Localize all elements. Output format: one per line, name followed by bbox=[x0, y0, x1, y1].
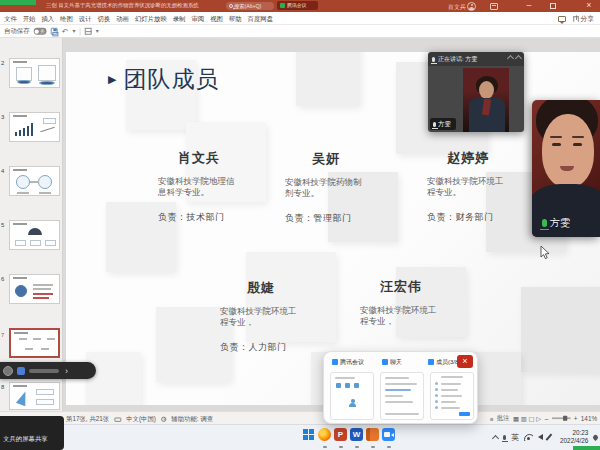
notification-icon[interactable] bbox=[592, 433, 599, 440]
qat-dropdown-icon[interactable]: ▾ bbox=[96, 28, 99, 35]
undo-dropdown-icon[interactable]: ▾ bbox=[72, 28, 75, 35]
preview-header-chat[interactable]: 聊天 bbox=[382, 357, 405, 367]
avatar[interactable] bbox=[467, 2, 476, 11]
screen-share-bar[interactable]: 文兵的屏幕共享 bbox=[0, 416, 64, 450]
undo-button[interactable]: ↶ bbox=[62, 28, 68, 35]
word-icon[interactable]: W bbox=[350, 428, 363, 441]
zoom-out-button[interactable]: – bbox=[545, 414, 549, 422]
slide-number: 4 bbox=[1, 168, 7, 174]
preview-window-members[interactable] bbox=[430, 372, 474, 420]
zoom-slider-thumb[interactable] bbox=[563, 416, 567, 421]
popup-window-icons[interactable] bbox=[508, 56, 521, 61]
account-name[interactable]: 肖文兵 bbox=[448, 3, 466, 11]
minimize-button[interactable]: – bbox=[520, 0, 538, 12]
participant-video-window[interactable]: 方雯 bbox=[532, 100, 600, 237]
start-button[interactable] bbox=[302, 428, 315, 441]
tab-view[interactable]: 视图 bbox=[210, 15, 223, 24]
customize-qat-icon[interactable] bbox=[85, 28, 92, 35]
preview-window-chat[interactable] bbox=[380, 372, 424, 420]
comments-icon[interactable] bbox=[558, 16, 566, 22]
tray-date: 2022/4/26 bbox=[560, 437, 588, 445]
slide-thumbnail-3[interactable] bbox=[9, 112, 60, 142]
tab-draw[interactable]: 绘图 bbox=[60, 15, 73, 24]
member-duty: 负责：技术部门 bbox=[158, 211, 240, 224]
slide-thumbnail-4[interactable] bbox=[9, 166, 60, 196]
tab-slideshow[interactable]: 幻灯片放映 bbox=[135, 15, 167, 24]
member-dept: 安徽科技学院药物制剂专业。 bbox=[285, 177, 367, 200]
preview-line bbox=[441, 389, 458, 391]
member-block-1[interactable]: 肖文兵 安徽科技学院地理信息科学专业。 负责：技术部门 bbox=[158, 149, 240, 224]
speaker-popup-window[interactable]: 正在讲话: 方雯 方雯 bbox=[428, 52, 524, 132]
slide-thumbnail-8[interactable] bbox=[9, 382, 60, 410]
language-button[interactable]: 中文(中国) bbox=[126, 415, 156, 424]
slide-title-block[interactable]: ▶ 团队成员 bbox=[108, 64, 219, 95]
ribbon-display-options-icon[interactable] bbox=[490, 3, 498, 10]
wifi-icon[interactable] bbox=[524, 434, 533, 441]
tab-insert[interactable]: 插入 bbox=[41, 15, 54, 24]
tab-record[interactable]: 录制 bbox=[173, 15, 186, 24]
powerpoint-icon[interactable]: P bbox=[334, 428, 347, 441]
slide-number-current: 7 bbox=[1, 332, 7, 338]
member-block-5[interactable]: 汪宏伟 安徽科技学院环境工程专业， bbox=[360, 278, 442, 328]
slide-thumbnail-7-current[interactable] bbox=[9, 328, 60, 358]
tab-transitions[interactable]: 切换 bbox=[98, 15, 111, 24]
pen-icon[interactable] bbox=[546, 433, 552, 440]
meeting-annotation-toolbar[interactable]: › bbox=[0, 362, 96, 379]
slide-number: 5 bbox=[1, 222, 7, 228]
slide-thumbnail-6[interactable] bbox=[9, 274, 60, 304]
slide-counter[interactable]: 第17张, 共21张 bbox=[66, 415, 109, 424]
tab-design[interactable]: 设计 bbox=[79, 15, 92, 24]
slide-thumbnail-5[interactable] bbox=[9, 220, 60, 250]
tab-animations[interactable]: 动画 bbox=[116, 15, 129, 24]
zoom-in-button[interactable]: + bbox=[574, 414, 578, 422]
tencent-meeting-icon[interactable] bbox=[382, 428, 395, 441]
tab-home[interactable]: 开始 bbox=[23, 15, 36, 24]
thumb-diagram-circle bbox=[38, 175, 52, 189]
preview-avatar bbox=[435, 394, 438, 397]
preview-header-meeting[interactable]: 腾讯会议 bbox=[332, 357, 370, 367]
input-language[interactable]: 英 bbox=[511, 432, 519, 443]
zoom-level[interactable]: 141% bbox=[581, 414, 597, 422]
collapse-icon[interactable] bbox=[515, 55, 522, 62]
share-button[interactable]: 分享 bbox=[573, 15, 594, 24]
restore-button[interactable] bbox=[550, 3, 556, 9]
meeting-share-indicator[interactable]: 腾讯会议 bbox=[277, 1, 318, 10]
mic-icon bbox=[433, 122, 436, 127]
zoom-slider[interactable] bbox=[551, 417, 570, 419]
preview-button bbox=[345, 383, 350, 388]
slide-thumbnail-2[interactable] bbox=[9, 58, 60, 88]
tab-review[interactable]: 审阅 bbox=[191, 15, 204, 24]
member-block-2[interactable]: 吴妍 安徽科技学院药物制剂专业。 负责：管理部门 bbox=[285, 150, 367, 225]
thumb-arrow bbox=[16, 390, 30, 407]
firefox-icon[interactable] bbox=[318, 428, 331, 441]
speaker-popup-header[interactable]: 正在讲话: 方雯 bbox=[428, 52, 524, 66]
save-button[interactable] bbox=[51, 28, 58, 35]
tray-mic-icon[interactable] bbox=[503, 435, 506, 440]
tab-baidu-netdisk[interactable]: 百度网盘 bbox=[248, 15, 273, 24]
tab-file[interactable]: 文件 bbox=[4, 15, 17, 24]
tencent-meeting-icon bbox=[332, 359, 338, 365]
tray-overflow-icon[interactable] bbox=[492, 434, 499, 441]
close-button[interactable]: × bbox=[580, 0, 598, 12]
accessibility-button[interactable]: 辅助功能: 调查 bbox=[171, 415, 213, 424]
preview-line bbox=[385, 377, 409, 379]
clock[interactable]: 20:23 2022/4/26 bbox=[560, 429, 588, 444]
volume-icon[interactable] bbox=[538, 434, 543, 440]
background-cube bbox=[521, 287, 600, 372]
member-block-4[interactable]: 殷婕 安徽科技学院环境工程专业， 负责：人力部门 bbox=[220, 279, 302, 354]
preview-person-icon bbox=[348, 399, 357, 408]
view-mode-icons[interactable]: ▦ ▥ ▢ ▷ bbox=[513, 414, 541, 422]
preview-line bbox=[385, 383, 417, 385]
preview-window-meeting[interactable] bbox=[330, 372, 374, 420]
chevron-right-icon[interactable]: › bbox=[65, 366, 68, 376]
preview-close-button[interactable]: × bbox=[457, 355, 473, 368]
tencent-meeting-icon bbox=[382, 359, 388, 365]
comments-button[interactable]: 批注 bbox=[497, 414, 510, 423]
search-input[interactable]: 搜索(Alt+Q) bbox=[226, 2, 274, 10]
annotation-tool-icon[interactable] bbox=[17, 367, 25, 375]
office-app-icon[interactable] bbox=[366, 428, 379, 441]
autosave-toggle[interactable]: 关 bbox=[34, 28, 47, 35]
tab-help[interactable]: 帮助 bbox=[229, 15, 242, 24]
member-block-3[interactable]: 赵婷婷 安徽科技学院环境工程专业。 负责：财务部门 bbox=[427, 149, 509, 224]
collapse-icon[interactable] bbox=[507, 55, 514, 62]
